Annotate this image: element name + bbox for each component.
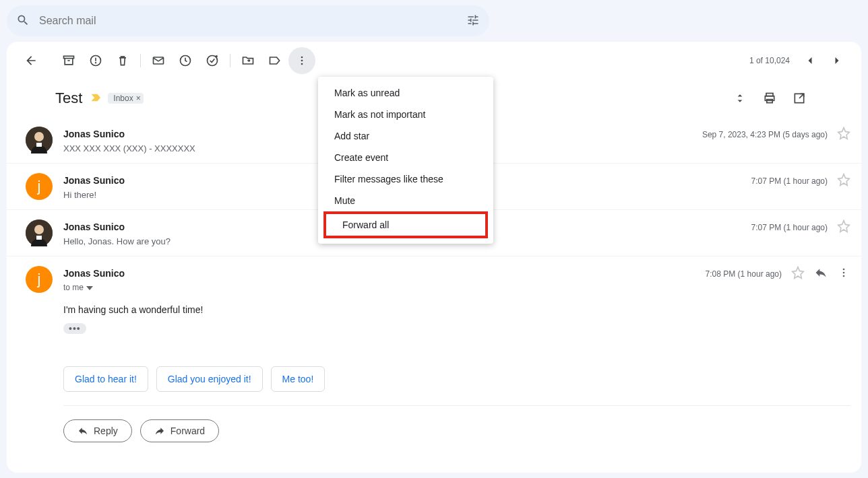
menu-add-star[interactable]: Add star	[318, 125, 493, 147]
older-button[interactable]	[824, 47, 850, 74]
back-button[interactable]	[18, 47, 44, 74]
toolbar: 1 of 10,024	[7, 42, 861, 79]
show-trimmed-button[interactable]: •••	[63, 323, 86, 334]
smart-reply-chip[interactable]: Glad to hear it!	[63, 366, 148, 392]
add-to-tasks-button[interactable]	[199, 47, 226, 74]
star-icon[interactable]	[837, 219, 850, 235]
message-body: I'm having such a wonderful time!	[63, 304, 850, 315]
forward-label: Forward	[170, 425, 205, 436]
archive-button[interactable]	[55, 47, 82, 74]
star-icon[interactable]	[837, 127, 850, 142]
more-button[interactable]	[288, 47, 315, 74]
svg-rect-12	[767, 100, 772, 103]
svg-point-21	[843, 272, 845, 274]
reply-forward-row: Reply Forward	[63, 405, 850, 458]
toolbar-divider	[230, 54, 230, 67]
svg-point-9	[301, 63, 303, 65]
page-count: 1 of 10,024	[749, 56, 790, 65]
search-bar[interactable]	[7, 5, 489, 36]
star-icon[interactable]	[791, 266, 805, 281]
message-time: Sep 7, 2023, 4:23 PM (5 days ago)	[702, 130, 828, 139]
svg-rect-16	[36, 143, 42, 147]
svg-point-22	[843, 275, 845, 277]
search-input[interactable]	[39, 15, 466, 27]
svg-point-7	[301, 57, 303, 59]
newer-button[interactable]	[797, 47, 824, 74]
print-button[interactable]	[756, 85, 783, 112]
message-time: 7:07 PM (1 hour ago)	[751, 223, 828, 232]
menu-forward-all[interactable]: Forward all	[326, 214, 485, 236]
avatar: j	[26, 173, 53, 200]
message-time: 7:08 PM (1 hour ago)	[706, 269, 782, 279]
forward-button[interactable]: Forward	[140, 419, 219, 442]
menu-mute[interactable]: Mute	[318, 190, 493, 211]
message-expanded: j Jonas Sunico 7:08 PM (1 hour ago)	[7, 257, 861, 458]
toolbar-divider	[140, 54, 141, 67]
avatar: j	[26, 266, 53, 293]
show-details-icon[interactable]	[86, 283, 93, 292]
svg-point-8	[301, 60, 303, 62]
importance-marker-icon[interactable]	[90, 93, 102, 104]
menu-create-event[interactable]: Create event	[318, 147, 493, 168]
svg-point-15	[34, 132, 44, 141]
smart-reply-chip[interactable]: Glad you enjoyed it!	[156, 366, 263, 392]
snooze-button[interactable]	[172, 47, 199, 74]
svg-point-3	[96, 63, 96, 63]
star-icon[interactable]	[837, 173, 850, 189]
message-more-icon[interactable]	[837, 266, 850, 281]
menu-filter-messages[interactable]: Filter messages like these	[318, 168, 493, 190]
labels-button[interactable]	[261, 47, 288, 74]
email-content-panel: 1 of 10,024 Mark as unread Mark as not i…	[7, 42, 861, 473]
menu-mark-unread[interactable]: Mark as unread	[318, 82, 493, 104]
reply-label: Reply	[94, 425, 118, 436]
move-to-button[interactable]	[235, 47, 261, 74]
avatar	[26, 219, 53, 246]
search-icon	[16, 13, 30, 29]
email-subject: Test	[55, 90, 82, 107]
reply-icon[interactable]	[814, 266, 828, 281]
avatar	[26, 127, 53, 153]
sender-name: Jonas Sunico	[63, 268, 125, 279]
label-text: Inbox	[113, 94, 133, 103]
svg-rect-19	[36, 236, 42, 240]
svg-rect-0	[64, 56, 74, 58]
recipient-line: to me	[63, 283, 84, 292]
tune-icon[interactable]	[466, 13, 480, 29]
menu-mark-not-important[interactable]: Mark as not important	[318, 104, 493, 125]
open-new-window-button[interactable]	[786, 85, 813, 112]
reply-button[interactable]: Reply	[63, 419, 132, 442]
svg-point-18	[34, 225, 44, 234]
expand-all-button[interactable]	[726, 85, 753, 112]
more-menu: Mark as unread Mark as not important Add…	[318, 77, 493, 244]
message-time: 7:07 PM (1 hour ago)	[751, 176, 828, 186]
sender-name: Jonas Sunico	[63, 129, 125, 139]
smart-reply-chip[interactable]: Me too!	[271, 366, 326, 392]
sender-name: Jonas Sunico	[63, 175, 125, 186]
delete-button[interactable]	[109, 47, 136, 74]
sender-name: Jonas Sunico	[63, 221, 125, 232]
remove-label-icon[interactable]: ×	[136, 94, 141, 103]
svg-point-20	[843, 269, 845, 271]
smart-reply-row: Glad to hear it! Glad you enjoyed it! Me…	[63, 366, 850, 392]
label-chip[interactable]: Inbox ×	[108, 93, 143, 104]
highlight-annotation: Forward all	[323, 211, 488, 238]
report-spam-button[interactable]	[82, 47, 109, 74]
mark-unread-button[interactable]	[145, 47, 172, 74]
